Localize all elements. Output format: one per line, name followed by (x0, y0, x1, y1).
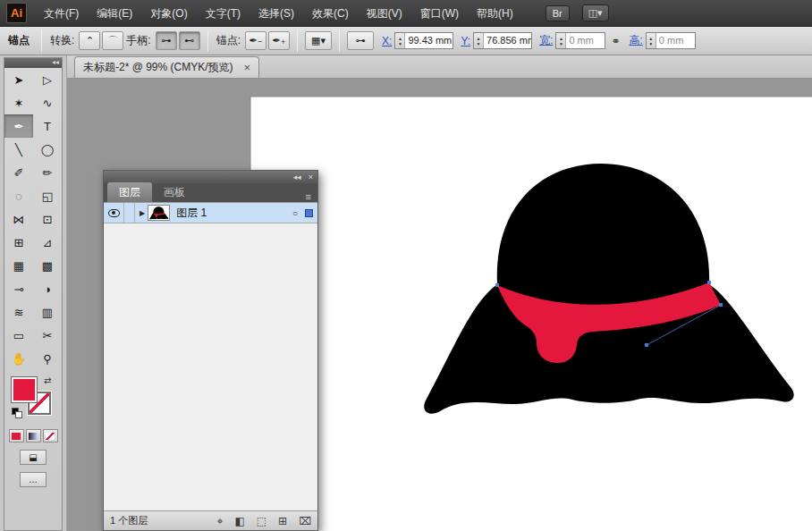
blend-tool[interactable]: ◑ (33, 277, 62, 300)
free-transform-tool[interactable]: ⊡ (33, 207, 62, 231)
layers-footer-icons: ⌖ ◧ ⬚ ⊞ ⌧ (217, 515, 311, 527)
magic-wand-tool[interactable]: ✶ (4, 91, 33, 114)
visibility-cell[interactable] (104, 203, 124, 223)
height-field[interactable]: ▲▼ 0 mm (646, 32, 696, 49)
panel-close-icon[interactable]: × (309, 173, 313, 181)
expand-arrow-icon[interactable]: ▶ (140, 209, 145, 217)
column-graph-tool[interactable]: ▥ (33, 300, 62, 324)
tool-grid: ➤ ▷ ✶ ∿ ✒ T ╲ ◯ ✐ ✏ ◌ ◱ ⋈ ⊡ ⊞ ⊿ ▦ (4, 68, 62, 370)
hand-tool[interactable]: ✋ (4, 347, 33, 370)
layer-name[interactable]: 图层 1 (176, 206, 207, 221)
type-tool[interactable]: T (33, 114, 62, 138)
layers-panel-titlebar[interactable]: ◂◂ × (104, 171, 317, 183)
target-icon[interactable]: ○ (292, 208, 298, 218)
new-sublayer-icon[interactable]: ⬚ (257, 515, 266, 527)
swap-fill-stroke-icon[interactable]: ⇄ (44, 375, 51, 385)
workspace-switcher-button[interactable]: ◫▾ (582, 4, 609, 21)
x-stepper[interactable]: ▲▼ (395, 33, 405, 48)
menu-item-edit[interactable]: 编辑(E) (88, 0, 141, 27)
screen-mode-button[interactable]: ⬓ (20, 450, 47, 465)
remove-anchor-button[interactable]: ✒₋ (245, 31, 266, 50)
point-display-button[interactable]: ⊶ (347, 31, 374, 50)
delete-layer-icon[interactable]: ⌧ (299, 515, 311, 527)
lasso-tool[interactable]: ∿ (33, 91, 62, 114)
tab-layers[interactable]: 图层 (107, 182, 152, 202)
stepper-down-icon[interactable]: ▼ (559, 41, 563, 46)
eyedropper-tool[interactable]: ⊸ (4, 277, 33, 300)
line-segment-tool[interactable]: ╲ (4, 138, 33, 161)
x-value: 99.43 mm (405, 33, 453, 48)
symbol-sprayer-tool[interactable]: ≋ (4, 300, 33, 324)
height-stepper[interactable]: ▲▼ (647, 33, 656, 48)
menu-item-view[interactable]: 视图(V) (358, 0, 411, 27)
anchor-point[interactable] (719, 303, 723, 307)
anchor-point[interactable] (495, 283, 499, 287)
panel-collapse-icon[interactable]: ◂◂ (293, 173, 301, 181)
gradient-tool[interactable]: ▩ (33, 254, 62, 277)
artboard-tool[interactable]: ▭ (4, 324, 33, 347)
x-field[interactable]: ▲▼ 99.43 mm (394, 32, 453, 49)
width-stepper[interactable]: ▲▼ (556, 33, 566, 48)
new-layer-icon[interactable]: ⊞ (278, 515, 287, 527)
width-label[interactable]: 宽: (539, 33, 553, 48)
show-handles-button[interactable]: ⊶ (156, 31, 177, 50)
y-field[interactable]: ▲▼ 76.856 mm (473, 32, 532, 49)
constrain-proportions-icon[interactable]: ⚭ (611, 35, 620, 47)
slice-tool[interactable]: ✂ (33, 324, 62, 347)
convert-to-smooth-button[interactable]: ⌒ (102, 31, 123, 50)
menu-item-file[interactable]: 文件(F) (35, 0, 88, 27)
pen-tool[interactable]: ✒ (4, 114, 33, 138)
color-button[interactable] (9, 429, 24, 442)
document-tab[interactable]: 未标题-2* @ 99% (CMYK/预览) × (74, 56, 259, 78)
width-tool[interactable]: ⋈ (4, 207, 33, 231)
panel-menu-icon[interactable]: ≡ (306, 191, 317, 202)
cut-path-button[interactable]: ✒₊ (268, 31, 290, 50)
perspective-grid-tool[interactable]: ⊿ (33, 231, 62, 254)
width-field[interactable]: ▲▼ 0 mm (555, 32, 605, 49)
scale-tool[interactable]: ◱ (33, 184, 62, 207)
zoom-tool[interactable]: ⚲ (33, 347, 62, 370)
menu-item-type[interactable]: 文字(T) (197, 0, 250, 27)
bridge-button[interactable]: Br (546, 5, 570, 21)
menu-item-help[interactable]: 帮助(H) (468, 0, 522, 27)
pencil-tool[interactable]: ✏ (33, 161, 62, 184)
menu-item-window[interactable]: 窗口(W) (411, 0, 468, 27)
stepper-down-icon[interactable]: ▼ (648, 41, 653, 46)
layer-row[interactable]: ▶ 图层 1 ○ (104, 203, 317, 223)
lock-cell[interactable] (124, 203, 135, 223)
rotate-tool[interactable]: ◌ (4, 184, 33, 207)
none-button[interactable] (43, 429, 58, 442)
selection-tool[interactable]: ➤ (4, 68, 33, 91)
illustrator-window: Ai 文件(F) 编辑(E) 对象(O) 文字(T) 选择(S) 效果(C) 视… (0, 0, 812, 531)
tools-collapse-icon[interactable]: ◂◂ (4, 58, 62, 68)
stepper-down-icon[interactable]: ▼ (477, 41, 481, 46)
direction-handle-point[interactable] (645, 343, 649, 348)
gradient-button[interactable] (26, 429, 41, 442)
x-label[interactable]: X: (382, 35, 392, 47)
tab-artboards[interactable]: 画板 (152, 182, 197, 202)
anchors-label: 锚点: (216, 33, 241, 48)
fill-swatch[interactable] (12, 377, 37, 402)
default-fill-stroke-icon[interactable] (12, 408, 22, 418)
convert-to-corner-button[interactable]: ⌃ (79, 31, 100, 50)
shape-builder-tool[interactable]: ⊞ (4, 231, 33, 254)
menu-item-select[interactable]: 选择(S) (250, 0, 303, 27)
menu-item-object[interactable]: 对象(O) (141, 0, 196, 27)
tab-close-icon[interactable]: × (244, 63, 251, 73)
stepper-down-icon[interactable]: ▼ (398, 41, 402, 46)
mesh-tool[interactable]: ▦ (4, 254, 33, 277)
direct-selection-tool[interactable]: ▷ (33, 68, 62, 91)
clipping-mask-icon[interactable]: ◧ (234, 515, 244, 527)
locate-object-icon[interactable]: ⌖ (217, 515, 224, 527)
anchor-point[interactable] (707, 281, 711, 284)
height-label[interactable]: 高: (629, 33, 642, 48)
align-dropdown-button[interactable]: ▦▾ (305, 31, 332, 50)
ellipse-tool[interactable]: ◯ (33, 138, 62, 161)
y-stepper[interactable]: ▲▼ (474, 33, 484, 48)
y-label[interactable]: Y: (461, 35, 470, 47)
menu-item-effect[interactable]: 效果(C) (303, 0, 358, 27)
paintbrush-tool[interactable]: ✐ (4, 161, 33, 184)
edit-toolbar-button[interactable]: … (20, 472, 47, 487)
hide-handles-button[interactable]: ⊷ (179, 31, 200, 50)
eye-icon[interactable] (108, 209, 120, 217)
